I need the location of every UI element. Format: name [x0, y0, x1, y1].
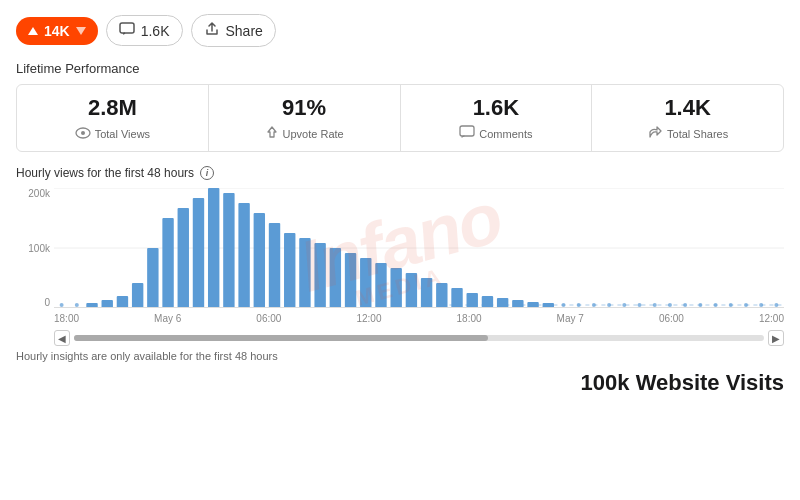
- scrollbar-container: ◀ ▶: [16, 330, 784, 346]
- x-label-1200-1: 12:00: [356, 313, 381, 324]
- svg-rect-26: [345, 253, 356, 307]
- shares-icon: [647, 125, 663, 143]
- svg-point-7: [60, 303, 64, 307]
- stat-card-shares: 1.4K Total Shares: [592, 85, 783, 151]
- x-label-may6: May 6: [154, 313, 181, 324]
- chart-area: [54, 188, 784, 308]
- svg-rect-20: [254, 213, 265, 307]
- svg-rect-10: [102, 300, 113, 307]
- share-button[interactable]: Share: [191, 14, 276, 47]
- stat-value-shares: 1.4K: [606, 95, 769, 121]
- website-visits-text: 100k Website Visits: [581, 370, 784, 396]
- svg-rect-11: [117, 296, 128, 307]
- scroll-left-button[interactable]: ◀: [54, 330, 70, 346]
- downvote-arrow-icon: [76, 27, 86, 35]
- svg-rect-33: [451, 288, 462, 307]
- stat-label-row-upvote: Upvote Rate: [223, 125, 386, 143]
- stat-card-views: 2.8M Total Views: [17, 85, 209, 151]
- svg-rect-23: [299, 238, 310, 307]
- stats-row: 2.8M Total Views 91% Up: [16, 84, 784, 152]
- svg-rect-31: [421, 278, 432, 307]
- svg-rect-18: [223, 193, 234, 307]
- svg-point-45: [638, 303, 642, 307]
- svg-rect-22: [284, 233, 295, 307]
- svg-rect-37: [512, 300, 523, 307]
- svg-rect-25: [330, 248, 341, 307]
- x-label-0600-2: 06:00: [659, 313, 684, 324]
- y-label-200k: 200k: [28, 188, 50, 199]
- svg-rect-19: [238, 203, 249, 307]
- upvote-arrow-icon: [28, 27, 38, 35]
- stat-card-upvote: 91% Upvote Rate: [209, 85, 401, 151]
- stat-label-views: Total Views: [95, 128, 150, 140]
- stat-label-comments: Comments: [479, 128, 532, 140]
- chart-title-row: Hourly views for the first 48 hours i: [16, 166, 784, 180]
- x-label-1800-2: 18:00: [457, 313, 482, 324]
- x-label-1200-2: 12:00: [759, 313, 784, 324]
- stat-card-comments: 1.6K Comments: [401, 85, 593, 151]
- vote-count: 14K: [44, 23, 70, 39]
- comment-count: 1.6K: [141, 23, 170, 39]
- x-label-0600-1: 06:00: [256, 313, 281, 324]
- svg-rect-24: [314, 243, 325, 307]
- svg-point-2: [81, 131, 85, 135]
- svg-rect-32: [436, 283, 447, 307]
- page-wrapper: Infano MEDIA 14K 1.6K Share: [0, 0, 800, 500]
- comment-icon: [119, 22, 135, 39]
- share-label: Share: [226, 23, 263, 39]
- share-icon: [204, 21, 220, 40]
- svg-rect-0: [120, 23, 134, 33]
- svg-point-8: [75, 303, 79, 307]
- chart-note: Hourly insights are only available for t…: [16, 350, 784, 362]
- chart-title: Hourly views for the first 48 hours: [16, 166, 194, 180]
- svg-rect-29: [390, 268, 401, 307]
- svg-rect-15: [178, 208, 189, 307]
- vote-button[interactable]: 14K: [16, 17, 98, 45]
- svg-rect-28: [375, 263, 386, 307]
- chart-x-labels: 18:00 May 6 06:00 12:00 18:00 May 7 06:0…: [54, 308, 784, 328]
- svg-rect-16: [193, 198, 204, 307]
- stat-label-upvote: Upvote Rate: [283, 128, 344, 140]
- svg-rect-21: [269, 223, 280, 307]
- bar-chart-svg: [54, 188, 784, 307]
- stat-label-shares: Total Shares: [667, 128, 728, 140]
- svg-rect-30: [406, 273, 417, 307]
- lifetime-section-title: Lifetime Performance: [16, 61, 784, 76]
- chart-y-labels: 200k 100k 0: [16, 188, 54, 308]
- upvote-icon: [265, 125, 279, 143]
- scrollbar-track[interactable]: [74, 335, 764, 341]
- eye-icon: [75, 125, 91, 143]
- svg-rect-9: [86, 303, 97, 307]
- y-label-0: 0: [44, 297, 50, 308]
- comment-button[interactable]: 1.6K: [106, 15, 183, 46]
- stat-value-comments: 1.6K: [415, 95, 578, 121]
- svg-rect-36: [497, 298, 508, 307]
- y-label-100k: 100k: [28, 243, 50, 254]
- comments-icon: [459, 125, 475, 143]
- stat-label-row-shares: Total Shares: [606, 125, 769, 143]
- stat-label-row-comments: Comments: [415, 125, 578, 143]
- svg-rect-12: [132, 283, 143, 307]
- svg-rect-14: [162, 218, 173, 307]
- stat-value-upvote: 91%: [223, 95, 386, 121]
- scrollbar-thumb: [74, 335, 488, 341]
- svg-rect-13: [147, 248, 158, 307]
- svg-rect-3: [460, 126, 474, 136]
- action-bar: 14K 1.6K Share: [16, 14, 784, 47]
- svg-rect-27: [360, 258, 371, 307]
- info-icon[interactable]: i: [200, 166, 214, 180]
- bottom-section: 100k Website Visits: [16, 370, 784, 396]
- scroll-right-button[interactable]: ▶: [768, 330, 784, 346]
- svg-rect-17: [208, 188, 219, 307]
- stat-label-row-views: Total Views: [31, 125, 194, 143]
- stat-value-views: 2.8M: [31, 95, 194, 121]
- x-label-1800: 18:00: [54, 313, 79, 324]
- chart-container: 200k 100k 0 18:00 May 6 06:00 12:00 18:0…: [16, 188, 784, 328]
- x-label-may7: May 7: [557, 313, 584, 324]
